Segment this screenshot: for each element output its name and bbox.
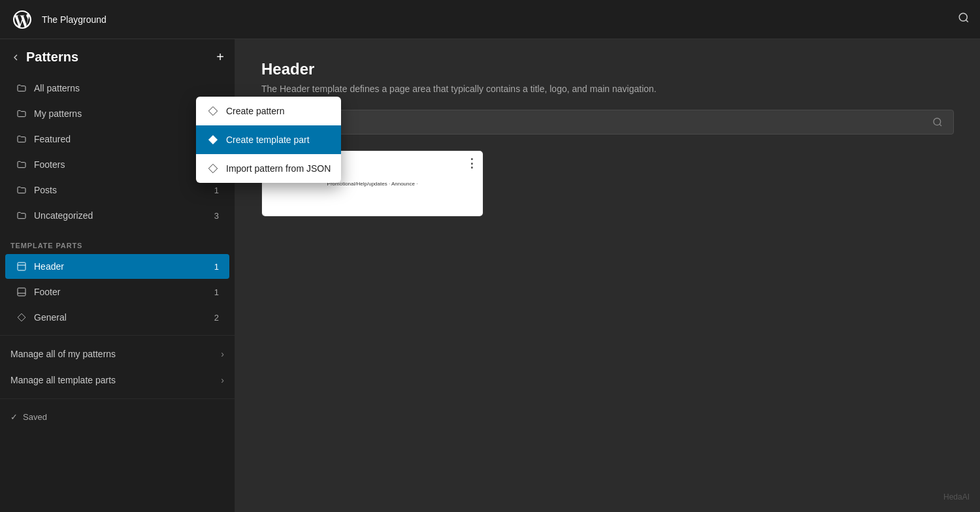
svg-rect-1 [18, 263, 25, 270]
nav-header[interactable]: Header 1 [5, 254, 229, 279]
manage-patterns-link[interactable]: Manage all of my patterns › [0, 341, 235, 367]
sidebar-divider-2 [0, 398, 235, 399]
folder-icon-uncategorized [16, 210, 27, 221]
nav-uncategorized[interactable]: Uncategorized 3 [5, 203, 229, 228]
pattern-more-button[interactable]: ⋮ [466, 156, 478, 170]
template-parts-label: TEMPLATE PARTS [0, 231, 235, 253]
svg-rect-3 [18, 288, 25, 296]
import-pattern-item[interactable]: Import pattern from JSON [196, 154, 341, 183]
svg-point-0 [959, 13, 967, 21]
saved-status: ✓ Saved [0, 404, 235, 430]
nav-posts[interactable]: Posts 1 [5, 178, 229, 202]
nav-all-patterns[interactable]: All patterns [5, 76, 229, 101]
search-icon [932, 117, 943, 127]
top-bar: The Playground [0, 0, 980, 39]
manage-template-parts-link[interactable]: Manage all template parts › [0, 367, 235, 393]
diamond-outline-icon [206, 104, 220, 118]
folder-icon-my [16, 108, 27, 120]
page-description: The Header template defines a page area … [261, 84, 954, 94]
dropdown-menu: Create pattern Create template part Impo… [196, 97, 341, 183]
wp-logo[interactable] [10, 8, 34, 31]
watermark: HedaAI [943, 492, 970, 502]
diamond-outline-icon-2 [206, 162, 220, 175]
back-button[interactable]: Patterns [10, 50, 78, 65]
site-name: The Playground [42, 14, 106, 25]
folder-icon-featured [16, 133, 27, 145]
chevron-right-icon: › [221, 349, 224, 359]
folder-icon [16, 82, 27, 94]
add-button[interactable]: + [216, 50, 224, 65]
folder-icon-posts [16, 184, 27, 196]
create-pattern-item[interactable]: Create pattern [196, 97, 341, 125]
sidebar-header: Patterns + [0, 39, 235, 72]
nav-footer[interactable]: Footer 1 [5, 280, 229, 304]
page-title: Header [261, 60, 954, 78]
folder-icon-footers [16, 159, 27, 170]
search-input[interactable] [272, 117, 926, 127]
svg-marker-9 [208, 164, 217, 172]
back-icon [10, 52, 21, 63]
diamond-icon-general [16, 312, 27, 323]
svg-marker-7 [208, 106, 217, 115]
layout-icon-header [16, 261, 27, 272]
sidebar-divider [0, 335, 235, 336]
chevron-right-icon-2: › [221, 375, 224, 385]
top-search-icon[interactable] [958, 12, 970, 27]
check-icon: ✓ [10, 412, 18, 422]
search-bar [261, 110, 954, 135]
sidebar-title: Patterns [26, 50, 78, 65]
pattern-grid: Promotional/Help/updates · Announce · ⋮ [261, 150, 954, 217]
svg-point-6 [934, 118, 941, 125]
main-content: Header The Header template defines a pag… [235, 39, 980, 512]
layout-icon-footer [16, 286, 27, 298]
create-template-part-item[interactable]: Create template part [196, 125, 341, 154]
template-parts-nav: Header 1 Footer 1 General 2 [0, 254, 235, 330]
svg-marker-5 [18, 313, 25, 321]
svg-marker-8 [208, 135, 217, 144]
nav-general[interactable]: General 2 [5, 305, 229, 330]
wordpress-icon [13, 10, 31, 29]
diamond-filled-icon [206, 133, 220, 146]
